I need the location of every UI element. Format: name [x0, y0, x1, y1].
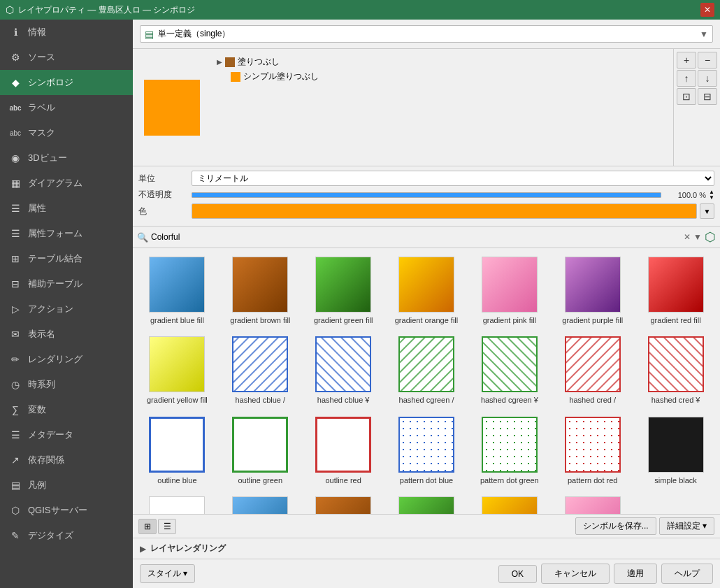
hashed-cgreen-back-name: hashed cgreen ¥ — [481, 395, 538, 405]
symbol-outline-red[interactable]: outline red — [305, 414, 382, 488]
outline-red-thumb — [315, 417, 371, 473]
symbol-gradient-blue-fill[interactable]: gradient blue fill — [138, 254, 216, 328]
style-button[interactable]: スタイル ▾ — [140, 564, 195, 583]
sidebar-label-symbology: シンボロジ — [28, 76, 73, 89]
sidebar-item-source[interactable]: ⚙ ソース — [0, 45, 133, 70]
save-symbol-button[interactable]: シンボルを保存... — [575, 517, 656, 535]
tree-item-fill[interactable]: ▶ 塗りつぶし — [214, 55, 670, 69]
sidebar-item-actions[interactable]: ▷ アクション — [0, 296, 133, 322]
color-label: 色 — [138, 206, 187, 217]
tree-item-simple-fill[interactable]: シンプル塗りつぶし — [214, 69, 670, 84]
symbol-partial-2[interactable] — [222, 494, 299, 514]
sidebar-label-qgisserver: QGISサーバー — [28, 504, 87, 517]
tree-simple-fill-label: シンプル塗りつぶし — [243, 71, 319, 83]
symbol-simple-black[interactable]: simple black — [637, 414, 714, 488]
sidebar-item-mask[interactable]: abc マスク — [0, 120, 133, 145]
sidebar-item-qgisserver[interactable]: ⬡ QGISサーバー — [0, 498, 133, 523]
grid-icon: ⊞ — [144, 522, 151, 531]
close-button[interactable]: ✕ — [700, 3, 714, 17]
symbol-gradient-orange-fill[interactable]: gradient orange fill — [388, 254, 466, 328]
simple-black-name: simple black — [654, 475, 697, 485]
symbol-gradient-yellow-fill[interactable]: gradient yellow fill — [138, 334, 216, 408]
symbol-hashed-cred-back[interactable]: hashed cred ¥ — [637, 334, 714, 408]
svg-rect-11 — [649, 338, 704, 392]
opacity-control: 100.0 % ▲ ▼ — [192, 189, 714, 201]
symbol-hashed-cblue-back[interactable]: hashed cblue ¥ — [305, 334, 382, 408]
apply-button[interactable]: 適用 — [614, 564, 657, 584]
symbol-partial-1[interactable] — [138, 494, 216, 514]
opacity-slider[interactable] — [192, 192, 661, 198]
sidebar-item-auxtable[interactable]: ⊟ 補助テーブル — [0, 271, 133, 296]
svg-rect-1 — [233, 338, 288, 392]
symbol-pattern-dot-red[interactable]: pattern dot red — [554, 414, 631, 488]
unit-control: ミリメートル — [192, 171, 714, 186]
search-input[interactable] — [151, 232, 681, 242]
clear-search-button[interactable]: ✕ — [684, 232, 691, 242]
symbol-hashed-cgreen-back[interactable]: hashed cgreen ¥ — [470, 334, 548, 408]
sidebar-item-tablejoin[interactable]: ⊞ テーブル結合 — [0, 246, 133, 271]
symbol-right-buttons: + − ↑ ↓ ⊡ ⊟ — [673, 49, 720, 166]
dependencies-icon: ↗ — [8, 453, 22, 467]
symbol-preview — [144, 80, 200, 136]
sidebar-item-rendering[interactable]: ✏ レンダリング — [0, 347, 133, 372]
hashed-cblue-back-thumb — [315, 336, 371, 392]
symbol-gradient-purple-fill[interactable]: gradient purple fill — [554, 254, 631, 328]
sidebar-item-info[interactable]: ℹ 情報 — [0, 20, 133, 45]
sidebar-item-attrform[interactable]: ☰ 属性フォーム — [0, 221, 133, 246]
hashed-cred-back-thumb — [648, 336, 704, 392]
grid-view-button[interactable]: ⊞ — [138, 519, 157, 534]
move-up-button[interactable]: ↑ — [677, 70, 696, 87]
partial-thumb-2 — [232, 496, 288, 514]
detail-settings-button[interactable]: 詳細設定 ▾ — [659, 517, 714, 535]
sidebar-item-metadata[interactable]: ☰ メタデータ — [0, 422, 133, 447]
copy-button[interactable]: ⊡ — [677, 88, 696, 105]
sidebar-item-display[interactable]: ✉ 表示名 — [0, 322, 133, 347]
symbol-hashed-cblue-fwd[interactable]: hashed cblue / — [222, 334, 299, 408]
symbol-gradient-red-fill[interactable]: gradient red fill — [637, 254, 714, 328]
symbol-hashed-cgreen-fwd[interactable]: hashed cgreen / — [388, 334, 466, 408]
cancel-button[interactable]: キャンセル — [541, 564, 610, 584]
help-button[interactable]: ヘルプ — [661, 564, 713, 584]
sidebar-item-variables[interactable]: ∑ 変数 — [0, 397, 133, 422]
paste-button[interactable]: ⊟ — [698, 88, 717, 105]
move-down-button[interactable]: ↓ — [698, 70, 717, 87]
list-view-button[interactable]: ☰ — [158, 519, 176, 534]
sidebar-item-timeseries[interactable]: ◷ 時系列 — [0, 372, 133, 397]
sidebar-item-digitize[interactable]: ✎ デジタイズ — [0, 523, 133, 548]
sidebar-item-symbology[interactable]: ◆ シンボロジ — [0, 70, 133, 95]
color-bar[interactable] — [192, 203, 697, 219]
symbol-gradient-green-fill[interactable]: gradient green fill — [305, 254, 382, 328]
search-extra-button[interactable]: ⬡ — [705, 229, 716, 245]
single-definition-dropdown[interactable]: ▤ 単一定義（single） ▼ — [140, 25, 713, 43]
symbol-partial-6[interactable] — [554, 494, 631, 514]
symbol-outline-green[interactable]: outline green — [222, 414, 299, 488]
symbol-gradient-brown-fill[interactable]: gradient brown fill — [222, 254, 299, 328]
sidebar-item-diagram[interactable]: ▦ ダイアグラム — [0, 171, 133, 196]
color-row: 色 ▼ — [138, 203, 714, 219]
search-config-icon[interactable]: ▼ — [693, 232, 702, 242]
sidebar-item-3dview[interactable]: ◉ 3Dビュー — [0, 145, 133, 171]
symbol-partial-5[interactable] — [470, 494, 548, 514]
opacity-spinner[interactable]: ▲ ▼ — [709, 189, 714, 201]
symbol-partial-3[interactable] — [305, 494, 382, 514]
remove-button[interactable]: − — [698, 52, 717, 69]
symbol-pattern-dot-green[interactable]: pattern dot green — [470, 414, 548, 488]
symbol-outline-blue[interactable]: outline blue — [138, 414, 216, 488]
sidebar-item-labels[interactable]: abc ラベル — [0, 95, 133, 120]
partial-thumb-4 — [398, 496, 454, 514]
sidebar-item-legend[interactable]: ▤ 凡例 — [0, 473, 133, 498]
sidebar-label-tablejoin: テーブル結合 — [28, 252, 82, 265]
symbol-pattern-dot-blue[interactable]: pattern dot blue — [388, 414, 466, 488]
unit-select[interactable]: ミリメートル — [192, 171, 714, 186]
symbol-hashed-cred-fwd[interactable]: hashed cred / — [554, 334, 631, 408]
layer-rendering-arrow[interactable]: ▶ — [140, 544, 146, 554]
attrform-icon: ☰ — [8, 227, 22, 241]
symbol-gradient-pink-fill[interactable]: gradient pink fill — [470, 254, 548, 328]
sidebar-item-dependencies[interactable]: ↗ 依存関係 — [0, 447, 133, 473]
sidebar-item-attributes[interactable]: ☰ 属性 — [0, 196, 133, 221]
gradient-pink-name: gradient pink fill — [483, 315, 536, 325]
symbol-partial-4[interactable] — [388, 494, 466, 514]
add-button[interactable]: + — [677, 52, 696, 69]
ok-button[interactable]: OK — [498, 565, 537, 583]
color-dropdown-button[interactable]: ▼ — [700, 203, 714, 219]
